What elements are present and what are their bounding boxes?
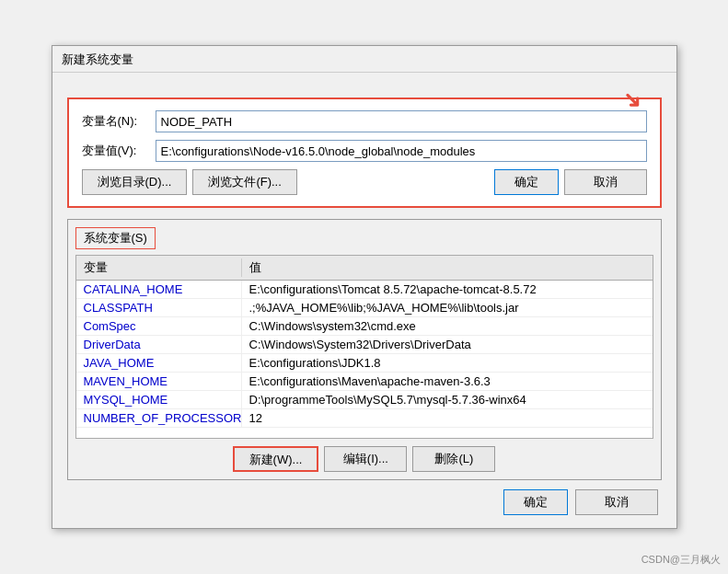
var-value-input[interactable] bbox=[156, 140, 647, 162]
browse-file-button[interactable]: 浏览文件(F)... bbox=[192, 169, 296, 195]
edit-button[interactable]: 编辑(I)... bbox=[324, 446, 407, 472]
delete-button[interactable]: 删除(L) bbox=[412, 446, 495, 472]
col-header-var: 变量 bbox=[76, 258, 242, 277]
sys-var-table: 变量 值 CATALINA_HOMEE:\configurations\Tomc… bbox=[75, 255, 653, 439]
cell-var: ComSpec bbox=[76, 317, 242, 335]
var-value-label: 变量值(V): bbox=[82, 143, 156, 159]
form-ok-button[interactable]: 确定 bbox=[494, 169, 559, 195]
table-row[interactable]: ComSpecC:\Windows\system32\cmd.exe bbox=[76, 317, 653, 336]
sys-var-title: 系统变量(S) bbox=[75, 227, 653, 255]
table-row[interactable]: CATALINA_HOMEE:\configurations\Tomcat 8.… bbox=[76, 281, 653, 299]
title-bar: 新建系统变量 bbox=[52, 46, 676, 73]
table-row[interactable]: MAVEN_HOMEE:\configurations\Maven\apache… bbox=[76, 373, 653, 391]
footer-cancel-button[interactable]: 取消 bbox=[575, 489, 658, 515]
cell-val: D:\programmeTools\MySQL5.7\mysql-5.7.36-… bbox=[242, 391, 653, 408]
table-row[interactable]: CLASSPATH.;%JAVA_HOME%\lib;%JAVA_HOME%\l… bbox=[76, 299, 653, 317]
new-var-form: 变量名(N): 变量值(V): 浏览目录(D)... 浏览文件(F)... 确定… bbox=[67, 98, 662, 208]
table-row[interactable]: NUMBER_OF_PROCESSORS12 bbox=[76, 409, 653, 428]
cell-var: CATALINA_HOME bbox=[76, 281, 242, 298]
cell-val: E:\configurations\Tomcat 8.5.72\apache-t… bbox=[242, 281, 653, 298]
dialog-body: ➜ 变量名(N): 变量值(V): 浏览目录(D)... 浏览文件(F)... … bbox=[52, 73, 676, 528]
bottom-buttons: 新建(W)... 编辑(I)... 删除(L) bbox=[75, 446, 653, 472]
footer-buttons: 确定 取消 bbox=[67, 489, 662, 515]
cell-var: NUMBER_OF_PROCESSORS bbox=[76, 409, 242, 427]
dialog-window: 新建系统变量 ➜ 变量名(N): 变量值(V): 浏览目录(D)... 浏览文件… bbox=[52, 45, 677, 529]
col-header-val: 值 bbox=[242, 258, 653, 277]
form-cancel-button[interactable]: 取消 bbox=[564, 169, 647, 195]
cell-val: C:\Windows\System32\Drivers\DriverData bbox=[242, 336, 653, 353]
cell-var: MAVEN_HOME bbox=[76, 373, 242, 390]
browse-dir-button[interactable]: 浏览目录(D)... bbox=[82, 169, 188, 195]
table-header: 变量 值 bbox=[76, 256, 653, 281]
cell-var: CLASSPATH bbox=[76, 299, 242, 316]
cell-val: E:\configurations\JDK1.8 bbox=[242, 354, 653, 372]
var-value-row: 变量值(V): bbox=[82, 140, 647, 162]
cell-var: JAVA_HOME bbox=[76, 354, 242, 372]
cell-val: C:\Windows\system32\cmd.exe bbox=[242, 317, 653, 335]
cell-val: E:\configurations\Maven\apache-maven-3.6… bbox=[242, 373, 653, 390]
table-row[interactable]: MYSQL_HOMED:\programmeTools\MySQL5.7\mys… bbox=[76, 391, 653, 409]
sys-var-section: 系统变量(S) 变量 值 CATALINA_HOMEE:\configurati… bbox=[67, 219, 662, 480]
var-name-label: 变量名(N): bbox=[82, 113, 156, 130]
table-body[interactable]: CATALINA_HOMEE:\configurations\Tomcat 8.… bbox=[76, 281, 653, 439]
table-row[interactable]: JAVA_HOMEE:\configurations\JDK1.8 bbox=[76, 354, 653, 373]
footer-ok-button[interactable]: 确定 bbox=[503, 489, 568, 515]
title-text: 新建系统变量 bbox=[62, 52, 133, 66]
cell-val: 12 bbox=[242, 409, 653, 427]
cell-var: MYSQL_HOME bbox=[76, 391, 242, 408]
cell-val: .;%JAVA_HOME%\lib;%JAVA_HOME%\lib\tools.… bbox=[242, 299, 653, 316]
watermark: CSDN@三月枫火 bbox=[641, 553, 721, 567]
top-buttons-row: 浏览目录(D)... 浏览文件(F)... 确定 取消 bbox=[82, 169, 647, 195]
table-row[interactable]: DriverDataC:\Windows\System32\Drivers\Dr… bbox=[76, 336, 653, 354]
new-button[interactable]: 新建(W)... bbox=[233, 446, 319, 472]
cell-var: DriverData bbox=[76, 336, 242, 353]
sys-var-label: 系统变量(S) bbox=[75, 227, 156, 249]
